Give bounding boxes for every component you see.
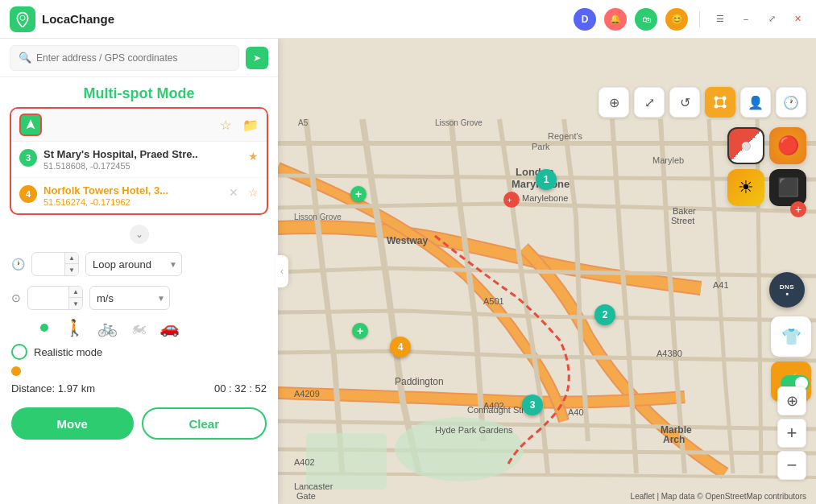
realistic-mode-label: Realistic mode <box>34 346 102 358</box>
location-dot <box>11 366 21 376</box>
location-item-3: 3 St Mary's Hospital, Praed Stre.. 51.51… <box>11 142 267 178</box>
game-sun-icon[interactable]: ☀ <box>727 169 764 206</box>
joystick-button[interactable]: 👤 <box>740 87 771 118</box>
maximize-button[interactable]: ⤢ <box>763 10 781 28</box>
search-input[interactable] <box>36 52 230 64</box>
svg-text:A40: A40 <box>568 407 584 417</box>
multispot-button[interactable] <box>705 87 735 118</box>
route-button[interactable]: ↺ <box>669 87 700 118</box>
svg-text:A41: A41 <box>713 280 729 290</box>
svg-text:Lisson Grove: Lisson Grove <box>294 213 342 221</box>
expand-circle-button[interactable]: ⌄ <box>130 225 149 244</box>
svg-text:A4380: A4380 <box>657 349 682 358</box>
loop-count-down[interactable]: ▼ <box>65 264 78 275</box>
speed-down[interactable]: ▼ <box>69 298 82 309</box>
svg-text:Baker: Baker <box>673 206 696 216</box>
clock-icon: 🕐 <box>11 258 25 271</box>
map-marker-4: 4 <box>390 337 411 357</box>
map-controls: ⊕ + − <box>777 386 806 480</box>
location-item-4: 4 Norfolk Towers Hotel, 3... 51.516274, … <box>11 178 267 213</box>
route-icon[interactable] <box>19 114 42 136</box>
pokemon-icon-1[interactable]: ⚪ <box>727 127 764 164</box>
location-coords-4: 51.516274, -0.171962 <box>43 197 222 207</box>
zoom-in-button[interactable]: + <box>777 419 806 448</box>
svg-text:Westway: Westway <box>387 235 428 246</box>
collapse-handle[interactable]: ‹ <box>275 255 288 287</box>
speed-settings-row: ⊙ 1.00 ▲ ▼ m/s km/h mph ▼ <box>0 281 278 315</box>
speed-input-wrap: 1.00 ▲ ▼ <box>27 286 83 310</box>
speedometer-icon: ⊙ <box>11 291 21 304</box>
svg-text:Lancaster: Lancaster <box>294 481 333 491</box>
svg-text:A402: A402 <box>483 401 504 411</box>
minimize-button[interactable]: − <box>737 10 755 28</box>
discord-icon[interactable]: D <box>574 8 596 31</box>
titlebar-icons: D 🔔 🛍 😊 ☰ − ⤢ ✕ <box>574 8 806 31</box>
pokemon-icon-2[interactable]: 🔴 <box>769 127 806 164</box>
loop-type-select[interactable]: Loop around Back and forth One-way <box>85 252 182 276</box>
loop-count-spinner: ▲ ▼ <box>64 253 78 275</box>
send-button[interactable]: ➤ <box>246 47 268 69</box>
smile-icon[interactable]: 😊 <box>665 8 688 31</box>
location-info-4: Norfolk Towers Hotel, 3... 51.516274, -0… <box>43 184 222 207</box>
map-marker-3: 3 <box>522 395 543 415</box>
notification-icon[interactable]: 🔔 <box>604 8 627 31</box>
location-star-4[interactable]: ☆ <box>248 186 259 199</box>
car-icon[interactable]: 🚗 <box>159 318 180 337</box>
distance-text: Distance: 1.97 km <box>11 382 95 395</box>
location-name-4: Norfolk Towers Hotel, 3... <box>43 184 222 196</box>
add-game-button[interactable]: + <box>790 201 806 217</box>
walk-icon[interactable]: 🚶 <box>64 318 85 337</box>
map-add-circle-1[interactable]: + <box>350 186 367 202</box>
map-add-circle-2[interactable]: + <box>352 323 368 339</box>
move-button[interactable]: Move <box>11 407 134 440</box>
svg-text:+: + <box>507 196 512 204</box>
card-star-icon[interactable]: ☆ <box>220 118 231 133</box>
speed-input[interactable]: 1.00 <box>28 292 68 304</box>
loop-count-input-wrap: 1 ▲ ▼ <box>31 252 79 276</box>
dns-badge[interactable]: DNS ● <box>769 272 805 308</box>
loop-type-select-wrap: Loop around Back and forth One-way ▼ <box>85 252 182 276</box>
expand-button-area: ⌄ <box>0 221 278 247</box>
svg-text:A501: A501 <box>483 296 504 306</box>
teleport-button[interactable]: ⊕ <box>599 87 629 118</box>
shirt-icon[interactable]: 👕 <box>771 316 811 357</box>
svg-text:Park: Park <box>532 142 550 151</box>
clear-button[interactable]: Clear <box>142 407 267 440</box>
time-text: 00 : 32 : 52 <box>214 382 267 395</box>
history-button[interactable]: 🕐 <box>776 87 806 118</box>
svg-text:Marylebone: Marylebone <box>522 193 568 203</box>
move-mode-button[interactable]: ⤢ <box>634 87 665 118</box>
speed-spinner: ▲ ▼ <box>68 287 82 309</box>
app-name: LocaChange <box>42 12 574 26</box>
speed-unit-select[interactable]: m/s km/h mph <box>89 286 170 310</box>
location-card-header: ☆ 📁 <box>11 109 267 142</box>
distance-row: Distance: 1.97 km 00 : 32 : 52 <box>0 379 278 401</box>
locate-button[interactable]: ⊕ <box>777 386 806 415</box>
bike-icon[interactable]: 🚲 <box>97 318 118 337</box>
card-folder-icon[interactable]: 📁 <box>242 118 259 133</box>
menu-button[interactable]: ☰ <box>711 10 729 28</box>
location-delete-4[interactable]: ✕ <box>229 186 238 199</box>
svg-text:Gate: Gate <box>296 491 316 501</box>
realistic-toggle[interactable] <box>11 344 27 360</box>
svg-text:Maryleb: Maryleb <box>652 155 684 165</box>
svg-text:Arch: Arch <box>663 434 685 445</box>
game-black-icon[interactable]: ⬛ <box>769 169 806 206</box>
map-marker-1: 1 <box>536 169 557 190</box>
location-star-3[interactable]: ★ <box>248 150 259 163</box>
loop-count-up[interactable]: ▲ <box>65 253 78 264</box>
loop-settings-row: 🕐 1 ▲ ▼ Loop around Back and forth One-w… <box>0 247 278 281</box>
loop-count-input[interactable]: 1 <box>32 258 64 271</box>
zoom-out-button[interactable]: − <box>777 451 806 480</box>
store-icon[interactable]: 🛍 <box>635 8 657 31</box>
realistic-mode-row: Realistic mode <box>0 341 278 363</box>
moto-icon[interactable]: 🏍 <box>130 319 147 337</box>
close-button[interactable]: ✕ <box>789 10 806 28</box>
location-card: ☆ 📁 3 St Mary's Hospital, Praed Stre.. 5… <box>10 107 268 215</box>
speed-up[interactable]: ▲ <box>69 287 82 298</box>
transport-dot <box>40 324 48 332</box>
svg-point-1 <box>21 15 25 19</box>
svg-text:Paddington: Paddington <box>395 376 444 387</box>
svg-text:A5: A5 <box>298 118 309 127</box>
search-icon: 🔍 <box>19 52 31 64</box>
